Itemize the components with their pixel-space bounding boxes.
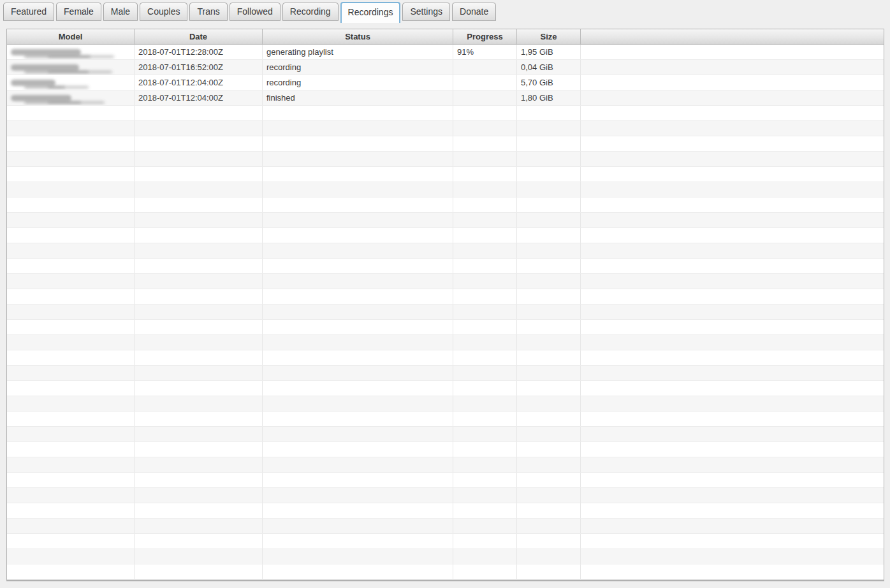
cell-date (135, 243, 263, 258)
table-row-empty (7, 442, 884, 457)
cell-status (263, 549, 453, 564)
cell-filler (581, 564, 884, 579)
tab-donate[interactable]: Donate (452, 3, 496, 21)
cell-status (263, 259, 453, 273)
cell-model (7, 503, 135, 518)
cell-progress (453, 503, 517, 518)
table-row[interactable]: 2018-07-01T12:04:00Zfinished1,80 GiB (7, 90, 884, 106)
cell-filler (581, 427, 884, 441)
tab-label: Donate (460, 6, 488, 17)
cell-date (135, 106, 263, 120)
cell-date (135, 228, 263, 243)
cell-filler (581, 60, 884, 75)
cell-date (135, 427, 263, 441)
column-header-progress[interactable]: Progress (453, 29, 517, 44)
cell-size (517, 503, 581, 518)
tab-couples[interactable]: Couples (140, 3, 187, 21)
cell-date (135, 213, 263, 227)
cell-status (263, 320, 453, 334)
cell-progress (453, 457, 517, 472)
tab-label: Recordings (348, 7, 393, 17)
cell-date (135, 412, 263, 426)
tab-settings[interactable]: Settings (402, 3, 450, 21)
column-header-model[interactable]: Model (7, 29, 135, 44)
tab-recordings[interactable]: Recordings (340, 2, 401, 23)
cell-progress (453, 381, 517, 396)
column-header-size[interactable]: Size (517, 29, 581, 44)
cell-progress (453, 60, 517, 75)
table-row[interactable]: 2018-07-01T12:28:00Zgenerating playlist9… (7, 45, 884, 60)
cell-size (517, 564, 581, 579)
cell-progress (453, 197, 517, 212)
cell-filler (581, 213, 884, 227)
tab-featured[interactable]: Featured (3, 3, 54, 21)
cell-size: 1,95 GiB (517, 45, 581, 59)
cell-status (263, 335, 453, 350)
column-header-date[interactable]: Date (135, 29, 263, 44)
cell-date: 2018-07-01T12:04:00Z (135, 75, 263, 90)
cell-model (7, 305, 135, 319)
tab-female[interactable]: Female (56, 3, 101, 21)
cell-date (135, 381, 263, 396)
tab-label: Couples (147, 6, 180, 17)
cell-status (263, 488, 453, 503)
tab-recording[interactable]: Recording (282, 3, 339, 21)
cell-filler (581, 259, 884, 273)
cell-filler (581, 243, 884, 258)
cell-model (7, 519, 135, 533)
cell-model (7, 243, 135, 258)
tab-followed[interactable]: Followed (230, 3, 281, 21)
table-row[interactable]: 2018-07-01T12:04:00Zrecording5,70 GiB (7, 75, 884, 90)
cell-model (7, 259, 135, 273)
cell-size (517, 396, 581, 411)
cell-progress (453, 564, 517, 579)
table-row-empty (7, 289, 884, 305)
table-row-empty (7, 136, 884, 152)
table-row-empty (7, 519, 884, 534)
cell-size (517, 534, 581, 549)
tab-trans[interactable]: Trans (189, 3, 227, 21)
cell-model (7, 442, 135, 457)
table-row-empty (7, 305, 884, 320)
cell-progress (453, 213, 517, 227)
tab-bar: FeaturedFemaleMaleCouplesTransFollowedRe… (3, 3, 496, 23)
table-row-empty (7, 274, 884, 289)
cell-date (135, 350, 263, 365)
cell-progress (453, 366, 517, 380)
cell-progress (453, 274, 517, 289)
tab-label: Trans (197, 6, 219, 17)
tab-male[interactable]: Male (103, 3, 138, 21)
cell-model (7, 534, 135, 549)
cell-size (517, 213, 581, 227)
cell-model (7, 152, 135, 166)
cell-filler (581, 152, 884, 166)
cell-filler (581, 442, 884, 457)
cell-date (135, 182, 263, 197)
table-row-empty (7, 106, 884, 121)
cell-status (263, 289, 453, 304)
cell-progress (453, 152, 517, 166)
table-row-empty (7, 381, 884, 396)
cell-size (517, 121, 581, 136)
table-row-empty (7, 534, 884, 549)
cell-status (263, 519, 453, 533)
cell-date (135, 274, 263, 289)
cell-status (263, 228, 453, 243)
cell-model (7, 121, 135, 136)
cell-status (263, 136, 453, 151)
cell-status (263, 442, 453, 457)
cell-model (7, 488, 135, 503)
cell-filler (581, 519, 884, 533)
cell-model (7, 289, 135, 304)
cell-size (517, 274, 581, 289)
table-row[interactable]: 2018-07-01T16:52:00Zrecording0,04 GiB (7, 60, 884, 75)
cell-progress (453, 488, 517, 503)
tab-label: Recording (290, 6, 331, 17)
cell-status: finished (263, 90, 453, 105)
table-row-empty (7, 320, 884, 335)
column-header-status[interactable]: Status (263, 29, 453, 44)
cell-model (7, 136, 135, 151)
cell-filler (581, 136, 884, 151)
table-row-empty (7, 197, 884, 213)
redacted-model-name (11, 49, 81, 55)
